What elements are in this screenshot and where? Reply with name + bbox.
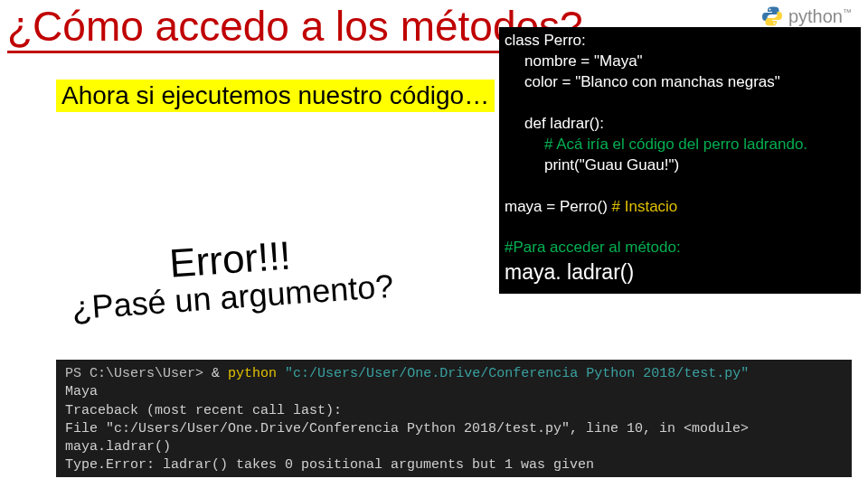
terminal-line: Traceback (most recent call last): (65, 402, 843, 420)
terminal-line: Type.Error: ladrar() takes 0 positional … (65, 456, 843, 474)
python-logo: python™ (761, 5, 852, 27)
code-line: maya = Perro() # Instacio (505, 197, 855, 218)
terminal-output: PS C:\Users\User> & python "c:/Users/Use… (56, 360, 852, 477)
code-sample: class Perro: nombre = "Maya" color = "Bl… (499, 27, 861, 294)
code-blank (505, 93, 855, 114)
terminal-line: Maya (65, 383, 843, 401)
slide-title: ¿Cómo accedo a los métodos? (7, 2, 583, 53)
terminal-line: File "c:/Users/User/One.Drive/Conferenci… (65, 420, 843, 438)
highlight-note: Ahora si ejecutemos nuestro código… (56, 80, 495, 112)
code-line: color = "Blanco con manchas negras" (505, 72, 855, 93)
error-callout: Error!!! ¿Pasé un argumento? (30, 220, 433, 339)
python-logo-text: python™ (788, 6, 852, 27)
code-line: nombre = "Maya" (505, 52, 855, 72)
code-line: def ladrar(): (505, 114, 855, 135)
terminal-line: PS C:\Users\User> & python "c:/Users/Use… (65, 365, 843, 383)
code-line: class Perro: (505, 31, 855, 52)
code-line: print("Guau Guau!") (505, 155, 855, 176)
code-line: maya. ladrar() (505, 258, 855, 286)
code-comment: #Para acceder al método: (505, 238, 855, 258)
code-blank (505, 176, 855, 197)
python-icon (761, 5, 783, 27)
code-blank (505, 217, 855, 238)
terminal-line: maya.ladrar() (65, 438, 843, 456)
code-comment: # Acá iría el código del perro ladrando. (505, 135, 855, 155)
